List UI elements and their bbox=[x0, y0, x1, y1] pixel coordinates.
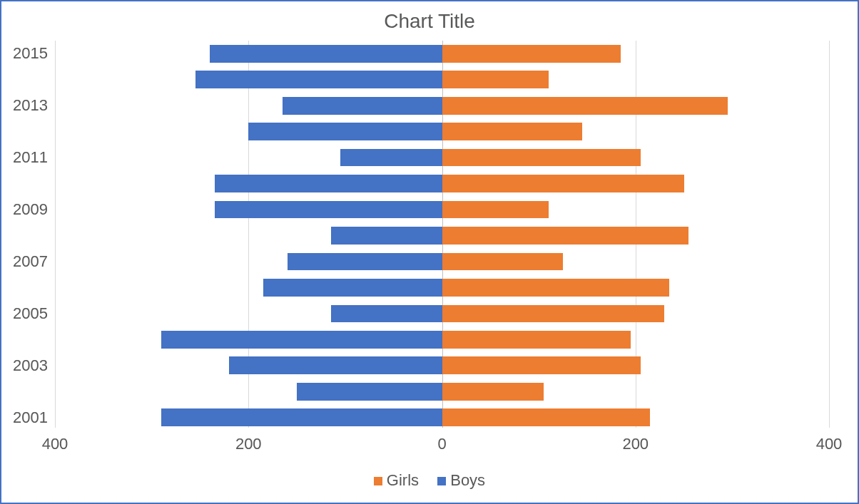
x-tick: 200 bbox=[622, 435, 649, 453]
boys-bar-2001 bbox=[161, 408, 442, 426]
girls-bar-2003 bbox=[442, 356, 641, 374]
bar-row-2007 bbox=[55, 253, 829, 271]
bar-row-2013 bbox=[55, 97, 829, 115]
bar-row-2001 bbox=[55, 408, 829, 426]
grid-line bbox=[829, 41, 830, 428]
plot-area bbox=[55, 41, 829, 428]
boys-bar-2008 bbox=[331, 227, 442, 245]
x-tick: 400 bbox=[816, 435, 843, 453]
girls-bar-2002 bbox=[442, 383, 544, 401]
bar-row-2008 bbox=[55, 227, 829, 245]
girls-bar-2006 bbox=[442, 279, 670, 297]
girls-bar-2013 bbox=[442, 97, 728, 115]
bar-row-2006 bbox=[55, 279, 829, 297]
boys-bar-2006 bbox=[263, 279, 442, 297]
legend-item-girls: Girls bbox=[374, 471, 419, 490]
girls-bar-2012 bbox=[442, 123, 583, 140]
y-label-2013: 2013 bbox=[1, 96, 48, 115]
boys-bar-2009 bbox=[215, 201, 442, 219]
bar-row-2005 bbox=[55, 305, 829, 323]
boys-bar-2014 bbox=[195, 71, 442, 88]
boys-bar-2003 bbox=[229, 356, 442, 374]
chart-title: Chart Title bbox=[1, 10, 858, 33]
bar-row-2004 bbox=[55, 331, 829, 349]
girls-bar-2009 bbox=[442, 201, 549, 219]
y-label-2005: 2005 bbox=[1, 304, 48, 323]
boys-bar-2007 bbox=[288, 253, 442, 271]
legend: Girls Boys bbox=[1, 471, 858, 490]
y-label-2011: 2011 bbox=[1, 148, 48, 167]
girls-bar-2015 bbox=[442, 45, 621, 63]
girls-bar-2004 bbox=[442, 331, 631, 349]
y-label-2015: 2015 bbox=[1, 44, 48, 63]
boys-bar-2015 bbox=[210, 45, 442, 63]
girls-bar-2007 bbox=[442, 253, 564, 271]
bar-row-2010 bbox=[55, 175, 829, 192]
boys-bar-2005 bbox=[331, 305, 442, 323]
y-label-2009: 2009 bbox=[1, 200, 48, 219]
bar-row-2009 bbox=[55, 201, 829, 219]
girls-bar-2011 bbox=[442, 149, 641, 167]
boys-bar-2010 bbox=[215, 175, 442, 192]
girls-bar-2010 bbox=[442, 175, 684, 192]
legend-swatch-boys bbox=[437, 477, 446, 485]
bar-row-2011 bbox=[55, 149, 829, 167]
boys-bar-2012 bbox=[248, 123, 442, 140]
legend-item-boys: Boys bbox=[437, 471, 485, 490]
y-label-2003: 2003 bbox=[1, 356, 48, 375]
legend-label-boys: Boys bbox=[450, 471, 485, 489]
girls-bar-2008 bbox=[442, 227, 689, 245]
girls-bar-2014 bbox=[442, 71, 549, 88]
bar-row-2003 bbox=[55, 356, 829, 374]
x-tick: 0 bbox=[437, 435, 446, 453]
chart-frame: Chart Title 2001200320052007200920112013… bbox=[0, 0, 859, 504]
bar-row-2014 bbox=[55, 71, 829, 88]
y-label-2007: 2007 bbox=[1, 252, 48, 271]
boys-bar-2013 bbox=[283, 97, 442, 115]
bar-row-2015 bbox=[55, 45, 829, 63]
bar-row-2002 bbox=[55, 383, 829, 401]
legend-swatch-girls bbox=[374, 477, 382, 485]
x-tick: 400 bbox=[42, 435, 68, 453]
girls-bar-2001 bbox=[442, 408, 651, 426]
y-label-2001: 2001 bbox=[1, 408, 48, 427]
bar-row-2012 bbox=[55, 123, 829, 140]
x-axis: 400 200 0 200 400 bbox=[55, 435, 829, 456]
boys-bar-2002 bbox=[297, 383, 442, 401]
legend-label-girls: Girls bbox=[387, 471, 419, 489]
girls-bar-2005 bbox=[442, 305, 665, 323]
x-tick: 200 bbox=[235, 435, 262, 453]
boys-bar-2004 bbox=[161, 331, 442, 349]
boys-bar-2011 bbox=[340, 149, 442, 167]
